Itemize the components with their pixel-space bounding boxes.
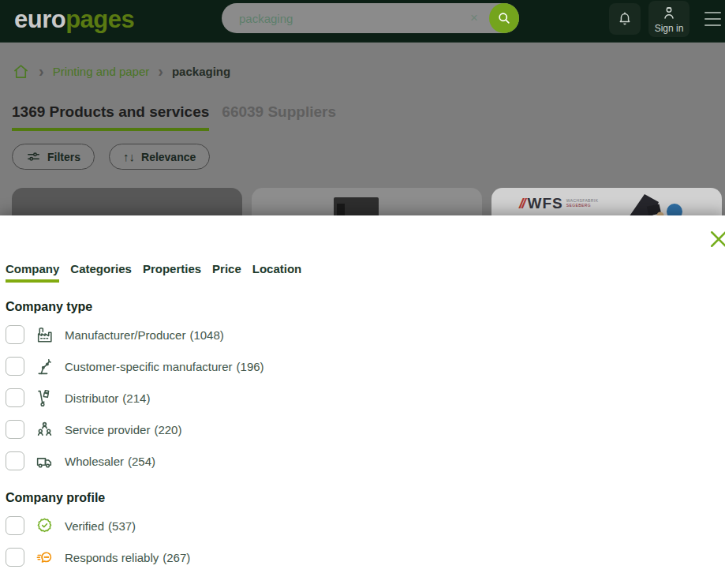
filter-count: (220) [154,423,181,436]
filter-label: Verified [65,519,104,533]
filter-row-responds-reliably[interactable]: Responds reliably (267) [6,541,725,573]
filter-count: (537) [108,519,136,533]
checkbox[interactable] [6,325,24,344]
filter-row-manufacturer[interactable]: Manufacturer/Producer (1048) [6,319,725,350]
filter-count: (254) [128,455,155,468]
filter-count: (196) [237,360,264,373]
breadcrumb: › Printing and paper › packaging [12,62,230,81]
search-input[interactable] [222,3,458,33]
filter-row-wholesaler[interactable]: Wholesaler (254) [6,445,725,477]
checkbox[interactable] [6,420,24,439]
wfs-slashes: // [519,196,525,212]
results-background: › Printing and paper › packaging 1369 Pr… [0,43,725,215]
sort-button[interactable]: ↑↓ Relevance [109,144,210,170]
filter-row-service-provider[interactable]: Service provider (220) [6,414,725,445]
filter-row-verified[interactable]: Verified (537) [6,510,725,541]
filter-label: Responds reliably [65,551,159,564]
logo-pages: pages [65,6,134,33]
tab-products-services[interactable]: 1369 Products and services [12,103,209,131]
home-icon[interactable] [12,62,30,81]
clear-search-icon[interactable]: × [470,9,478,27]
europages-search-page: europages × [0,0,725,588]
section-title-company-type: Company type [6,300,725,314]
checkbox[interactable] [6,357,24,376]
filter-tab-company[interactable]: Company [6,262,59,283]
filter-tab-properties[interactable]: Properties [143,262,201,283]
filter-tabs: Company Categories Properties Price Loca… [6,262,725,283]
search-button[interactable] [489,3,519,33]
sign-in-button[interactable]: Sign in [648,1,689,37]
filter-label: Service provider [65,423,150,436]
chat-bubble-icon [34,547,54,567]
chevron-right-icon: › [158,66,163,77]
notifications-button[interactable] [609,3,641,35]
filter-count: (1048) [189,328,223,342]
filter-label: Customer-specific manufacturer [65,360,233,373]
people-icon [34,419,54,440]
filter-label: Distributor [65,391,118,405]
bell-icon [616,10,633,28]
sort-label: Relevance [141,151,196,163]
results-tabs: 1369 Products and services 66039 Supplie… [12,103,336,131]
sign-in-label: Sign in [655,23,684,34]
sliders-icon [26,149,41,164]
filters-modal: Company Categories Properties Price Loca… [0,215,725,588]
filter-count: (214) [122,391,150,405]
checkbox[interactable] [6,516,24,535]
company-type-filters: Manufacturer/Producer (1048) Customer-sp… [6,319,725,477]
section-title-company-profile: Company profile [6,491,725,505]
checkbox[interactable] [6,388,24,407]
factory-icon [34,324,54,345]
chevron-right-icon: › [39,66,44,77]
filter-row-distributor[interactable]: Distributor (214) [6,382,725,414]
checkbox[interactable] [6,548,24,567]
filters-button[interactable]: Filters [12,144,95,170]
robot-arm-icon [34,356,54,376]
filter-tab-categories[interactable]: Categories [70,262,132,283]
filter-label: Manufacturer/Producer [65,328,185,342]
filter-label: Wholesaler [65,455,124,468]
breadcrumb-category-link[interactable]: Printing and paper [53,65,150,78]
filter-row-customer-specific[interactable]: Customer-specific manufacturer (196) [6,350,725,382]
wfs-supplier-logo: // WFS WACHSFABRIK SEGEBERG [519,196,598,212]
sort-arrows-icon: ↑↓ [123,150,135,163]
truck-icon [34,451,54,471]
close-icon[interactable] [707,227,725,251]
europages-logo[interactable]: europages [14,6,134,34]
verified-badge-icon [34,515,54,536]
header: europages × [0,0,725,43]
checkbox[interactable] [6,451,24,470]
logo-euro: euro [14,6,65,33]
hamburger-menu-icon[interactable] [704,12,721,26]
wfs-name: WFS [528,196,563,212]
search-icon [496,10,512,26]
tab-suppliers[interactable]: 66039 Suppliers [222,103,336,128]
filter-count: (267) [163,551,190,564]
hand-truck-icon [34,388,54,408]
wfs-subtitle: WACHSFABRIK SEGEBERG [566,198,599,208]
filters-label: Filters [47,151,80,163]
breadcrumb-current: packaging [172,65,230,78]
filter-tab-location[interactable]: Location [252,262,302,283]
search-bar: × [222,3,519,33]
filter-tab-price[interactable]: Price [212,262,241,283]
results-toolbar: Filters ↑↓ Relevance [12,144,210,170]
user-icon [660,5,678,22]
company-profile-filters: Verified (537) Responds reliably (267) [6,510,725,573]
